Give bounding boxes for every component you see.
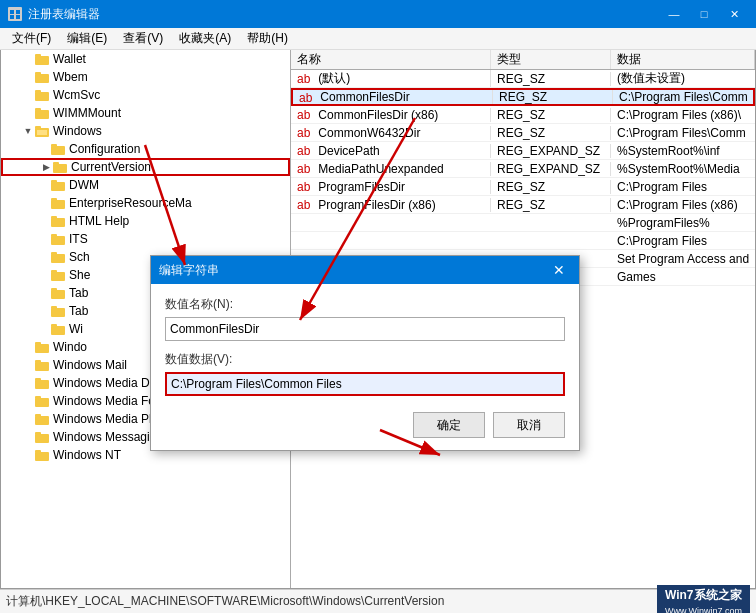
dialog-data-input[interactable] <box>165 372 565 396</box>
dialog-overlay: 编辑字符串 ✕ 数值名称(N): 数值数据(V): 确定 取消 <box>0 0 756 613</box>
dialog-cancel-button[interactable]: 取消 <box>493 412 565 438</box>
dialog-title-text: 编辑字符串 <box>159 262 219 279</box>
registry-editor-window: 注册表编辑器 — □ ✕ 文件(F) 编辑(E) 查看(V) 收藏夹(A) 帮助… <box>0 0 756 613</box>
dialog-confirm-button[interactable]: 确定 <box>413 412 485 438</box>
dialog-buttons: 确定 取消 <box>165 412 565 438</box>
edit-string-dialog: 编辑字符串 ✕ 数值名称(N): 数值数据(V): 确定 取消 <box>150 255 580 451</box>
dialog-title-bar: 编辑字符串 ✕ <box>151 256 579 284</box>
dialog-name-input[interactable] <box>165 317 565 341</box>
dialog-close-button[interactable]: ✕ <box>547 260 571 280</box>
dialog-data-label: 数值数据(V): <box>165 351 565 368</box>
dialog-body: 数值名称(N): 数值数据(V): 确定 取消 <box>151 284 579 450</box>
dialog-name-label: 数值名称(N): <box>165 296 565 313</box>
